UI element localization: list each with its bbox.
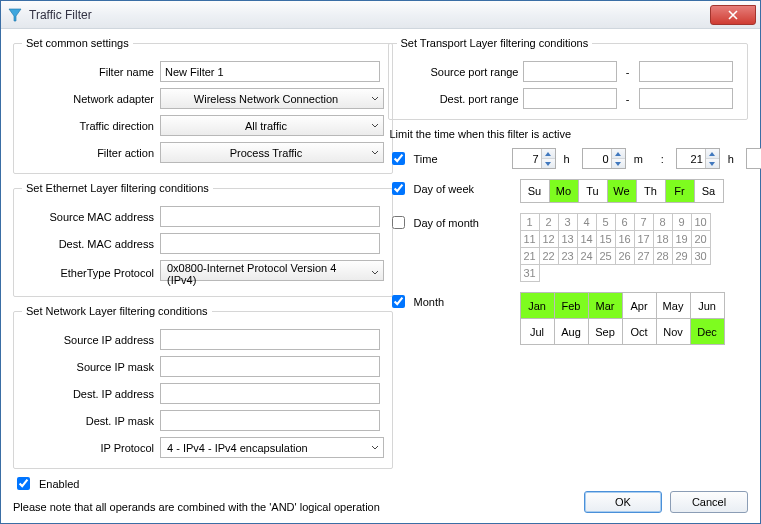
dom-cell-5[interactable]: 5 xyxy=(596,213,616,231)
spinner-down-icon[interactable] xyxy=(612,159,625,168)
src-ip-label: Source IP address xyxy=(22,334,154,346)
dom-cell-15[interactable]: 15 xyxy=(596,230,616,248)
range-dash: - xyxy=(621,93,635,105)
time-h1-spinner[interactable] xyxy=(512,148,556,169)
spinner-up-icon[interactable] xyxy=(542,149,555,159)
hour-unit: h xyxy=(564,153,570,165)
src-ip-input[interactable] xyxy=(160,329,380,350)
month-cell-sep[interactable]: Sep xyxy=(588,318,623,345)
dom-cell-3[interactable]: 3 xyxy=(558,213,578,231)
cancel-button[interactable]: Cancel xyxy=(670,491,748,513)
enabled-checkbox[interactable] xyxy=(17,477,30,490)
filter-action-select[interactable]: Process Traffic xyxy=(160,142,384,163)
spinner-up-icon[interactable] xyxy=(706,149,719,159)
month-cell-apr[interactable]: Apr xyxy=(622,292,657,319)
dom-cell-11[interactable]: 11 xyxy=(520,230,540,248)
app-icon xyxy=(7,7,23,23)
month-cell-nov[interactable]: Nov xyxy=(656,318,691,345)
dom-cell-10[interactable]: 10 xyxy=(691,213,711,231)
spinner-down-icon[interactable] xyxy=(706,159,719,168)
dow-cell-su[interactable]: Su xyxy=(520,179,550,203)
spinner-up-icon[interactable] xyxy=(612,149,625,159)
src-port-from-input[interactable] xyxy=(523,61,617,82)
time-colon: : xyxy=(661,153,664,165)
month-cell-dec[interactable]: Dec xyxy=(690,318,725,345)
dom-cell-22[interactable]: 22 xyxy=(539,247,559,265)
month-checkbox[interactable] xyxy=(392,295,405,308)
month-cell-jul[interactable]: Jul xyxy=(520,318,555,345)
dst-ip-input[interactable] xyxy=(160,383,380,404)
network-layer-group: Set Network Layer filtering conditions S… xyxy=(13,305,393,469)
src-port-to-input[interactable] xyxy=(639,61,733,82)
month-cell-jun[interactable]: Jun xyxy=(690,292,725,319)
dow-cell-th[interactable]: Th xyxy=(636,179,666,203)
ethertype-select[interactable]: 0x0800-Internet Protocol Version 4 (IPv4… xyxy=(160,260,384,281)
month-cell-aug[interactable]: Aug xyxy=(554,318,589,345)
src-mac-input[interactable] xyxy=(160,206,380,227)
dom-cell-14[interactable]: 14 xyxy=(577,230,597,248)
dom-cell-2[interactable]: 2 xyxy=(539,213,559,231)
src-port-label: Source port range xyxy=(397,66,519,78)
time-h1-input[interactable] xyxy=(513,149,541,168)
dom-cell-25[interactable]: 25 xyxy=(596,247,616,265)
dom-cell-31[interactable]: 31 xyxy=(520,264,540,282)
dom-cell-28[interactable]: 28 xyxy=(653,247,673,265)
time-h2-spinner[interactable] xyxy=(676,148,720,169)
traffic-direction-label: Traffic direction xyxy=(22,120,154,132)
month-cell-jan[interactable]: Jan xyxy=(520,292,555,319)
dst-port-to-input[interactable] xyxy=(639,88,733,109)
dom-cell-20[interactable]: 20 xyxy=(691,230,711,248)
dom-cell-9[interactable]: 9 xyxy=(672,213,692,231)
dom-cell-4[interactable]: 4 xyxy=(577,213,597,231)
time-m2-spinner[interactable] xyxy=(746,148,761,169)
dst-mask-input[interactable] xyxy=(160,410,380,431)
month-cell-may[interactable]: May xyxy=(656,292,691,319)
time-m1-input[interactable] xyxy=(583,149,611,168)
dst-port-from-input[interactable] xyxy=(523,88,617,109)
dom-cell-29[interactable]: 29 xyxy=(672,247,692,265)
dow-cell-we[interactable]: We xyxy=(607,179,637,203)
dow-cell-tu[interactable]: Tu xyxy=(578,179,608,203)
dow-cell-sa[interactable]: Sa xyxy=(694,179,724,203)
dst-mac-input[interactable] xyxy=(160,233,380,254)
src-mask-input[interactable] xyxy=(160,356,380,377)
dom-checkbox[interactable] xyxy=(392,216,405,229)
dom-cell-13[interactable]: 13 xyxy=(558,230,578,248)
dom-cell-18[interactable]: 18 xyxy=(653,230,673,248)
dom-cell-26[interactable]: 26 xyxy=(615,247,635,265)
dom-cell-21[interactable]: 21 xyxy=(520,247,540,265)
time-m2-input[interactable] xyxy=(747,149,761,168)
dow-checkbox[interactable] xyxy=(392,182,405,195)
dom-cell-8[interactable]: 8 xyxy=(653,213,673,231)
network-adapter-select[interactable]: Wireless Network Connection xyxy=(160,88,384,109)
spinner-down-icon[interactable] xyxy=(542,159,555,168)
dow-cell-fr[interactable]: Fr xyxy=(665,179,695,203)
close-button[interactable] xyxy=(710,5,756,25)
time-checkbox[interactable] xyxy=(392,152,405,165)
dom-grid: 1234567891011121314151617181920212223242… xyxy=(520,213,720,282)
dst-ip-label: Dest. IP address xyxy=(22,388,154,400)
time-m1-spinner[interactable] xyxy=(582,148,626,169)
ip-protocol-select[interactable]: 4 - IPv4 - IPv4 encapsulation xyxy=(160,437,384,458)
ok-button[interactable]: OK xyxy=(584,491,662,513)
dom-cell-24[interactable]: 24 xyxy=(577,247,597,265)
dom-cell-12[interactable]: 12 xyxy=(539,230,559,248)
month-cell-feb[interactable]: Feb xyxy=(554,292,589,319)
traffic-direction-select[interactable]: All traffic xyxy=(160,115,384,136)
dom-cell-1[interactable]: 1 xyxy=(520,213,540,231)
filter-name-input[interactable] xyxy=(160,61,380,82)
dom-cell-23[interactable]: 23 xyxy=(558,247,578,265)
dom-cell-16[interactable]: 16 xyxy=(615,230,635,248)
dom-cell-7[interactable]: 7 xyxy=(634,213,654,231)
dom-cell-19[interactable]: 19 xyxy=(672,230,692,248)
time-h2-input[interactable] xyxy=(677,149,705,168)
month-cell-mar[interactable]: Mar xyxy=(588,292,623,319)
dom-cell-6[interactable]: 6 xyxy=(615,213,635,231)
dom-cell-17[interactable]: 17 xyxy=(634,230,654,248)
window-title: Traffic Filter xyxy=(29,8,92,22)
ethernet-layer-group: Set Ethernet Layer filtering conditions … xyxy=(13,182,393,297)
dom-cell-27[interactable]: 27 xyxy=(634,247,654,265)
dom-cell-30[interactable]: 30 xyxy=(691,247,711,265)
dow-cell-mo[interactable]: Mo xyxy=(549,179,579,203)
month-cell-oct[interactable]: Oct xyxy=(622,318,657,345)
